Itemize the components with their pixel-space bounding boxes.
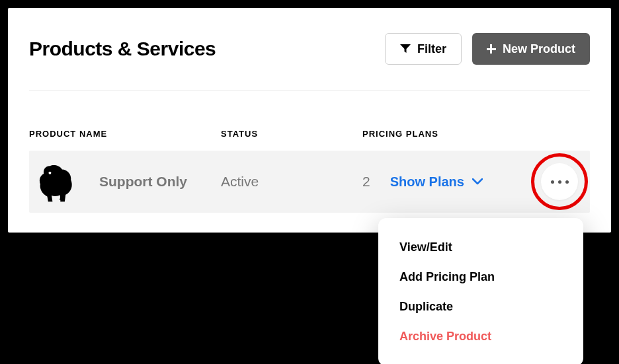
show-plans-label: Show Plans — [390, 174, 464, 190]
product-name-label: Support Only — [99, 174, 187, 190]
dot-icon — [558, 180, 561, 184]
menu-item-archive[interactable]: Archive Product — [378, 322, 583, 351]
filter-button-label: Filter — [417, 42, 446, 56]
status-label: Active — [221, 174, 259, 190]
menu-item-duplicate[interactable]: Duplicate — [378, 292, 583, 322]
header-actions: Filter New Product — [385, 33, 590, 65]
filter-icon — [400, 44, 411, 54]
row-actions-wrap — [541, 163, 578, 200]
plus-icon — [487, 44, 496, 54]
products-panel: Products & Services Filter New Product P… — [8, 8, 611, 233]
menu-item-add-pricing-plan[interactable]: Add Pricing Plan — [378, 262, 583, 292]
svg-point-0 — [48, 172, 51, 174]
filter-button[interactable]: Filter — [385, 33, 462, 65]
table-header: PRODUCT NAME STATUS PRICING PLANS — [29, 129, 590, 151]
show-plans-button[interactable]: Show Plans — [390, 174, 483, 190]
dot-icon — [565, 180, 569, 184]
column-header-plans: PRICING PLANS — [362, 129, 590, 139]
dot-icon — [551, 180, 554, 184]
page-header: Products & Services Filter New Product — [29, 33, 590, 91]
more-actions-button[interactable] — [541, 163, 578, 200]
menu-item-view-edit[interactable]: View/Edit — [378, 233, 583, 262]
column-header-name: PRODUCT NAME — [29, 129, 221, 139]
new-product-button-label: New Product — [503, 42, 575, 56]
table-row[interactable]: Support Only Active 2 Show Plans — [29, 151, 590, 213]
plan-count: 2 — [362, 174, 370, 190]
gorilla-icon — [33, 158, 81, 205]
cell-status: Active — [221, 174, 362, 190]
new-product-button[interactable]: New Product — [472, 33, 590, 65]
column-header-status: STATUS — [221, 129, 362, 139]
chevron-down-icon — [472, 178, 483, 185]
cell-product-name: Support Only — [29, 158, 221, 205]
page-title: Products & Services — [29, 38, 216, 60]
row-actions-menu: View/Edit Add Pricing Plan Duplicate Arc… — [378, 218, 583, 364]
